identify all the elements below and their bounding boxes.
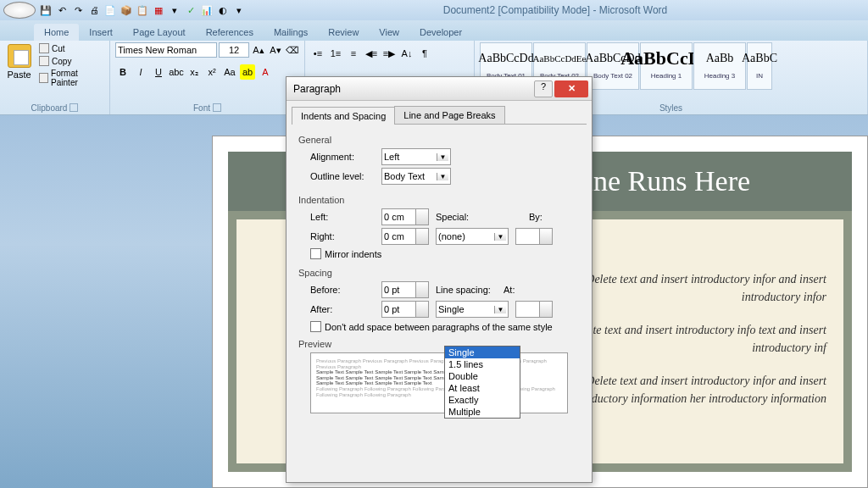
- style-heading-3[interactable]: AaBbHeading 3: [693, 42, 746, 90]
- clear-format-icon[interactable]: ⌫: [285, 42, 300, 58]
- special-select[interactable]: (none)▼: [436, 228, 509, 245]
- underline-button[interactable]: U: [151, 64, 166, 80]
- style-in[interactable]: AaBbCIN: [747, 42, 772, 90]
- tab-home[interactable]: Home: [34, 24, 79, 41]
- paste-label: Paste: [5, 69, 33, 80]
- show-marks-button[interactable]: ¶: [417, 46, 432, 61]
- style-heading-1[interactable]: AaBbCcDdHeading 1: [640, 42, 693, 90]
- dedent-button[interactable]: ◀≡: [364, 46, 379, 61]
- indent-left-input[interactable]: 0 cm: [381, 208, 429, 225]
- qat-icon[interactable]: 📋: [136, 3, 149, 17]
- ls-option-double[interactable]: Double: [445, 370, 520, 382]
- sort-button[interactable]: A↓: [399, 46, 415, 61]
- general-label: General: [298, 135, 580, 145]
- bullets-button[interactable]: •≡: [310, 46, 326, 61]
- tab-developer[interactable]: Developer: [409, 24, 472, 41]
- ls-option-atleast[interactable]: At least: [445, 382, 520, 394]
- tab-mailings[interactable]: Mailings: [264, 24, 318, 41]
- qat-icon[interactable]: 📦: [120, 3, 133, 17]
- font-name-select[interactable]: [115, 42, 217, 58]
- ls-option-single[interactable]: Single: [445, 347, 520, 358]
- tab-page-layout[interactable]: Page Layout: [123, 24, 196, 41]
- cut-icon: [39, 43, 49, 53]
- qat-more-icon[interactable]: ▾: [232, 3, 246, 17]
- shrink-font-icon[interactable]: A▾: [268, 42, 283, 58]
- dont-add-space-check[interactable]: Don't add space between paragraphs of th…: [310, 321, 580, 332]
- indent-button[interactable]: ≡▶: [381, 46, 397, 61]
- copy-icon: [39, 56, 49, 66]
- indent-left-label: Left:: [310, 212, 375, 222]
- close-button[interactable]: ✕: [554, 80, 588, 97]
- tab-insert[interactable]: Insert: [79, 24, 123, 41]
- by-input[interactable]: [515, 228, 553, 245]
- font-size-select[interactable]: [219, 42, 249, 58]
- font-launcher-icon[interactable]: [213, 103, 221, 112]
- ls-option-15[interactable]: 1.5 lines: [445, 358, 520, 370]
- paste-button[interactable]: Paste: [5, 42, 33, 80]
- grow-font-icon[interactable]: A▴: [251, 42, 266, 58]
- clipboard-group-label: Clipboard: [31, 103, 68, 113]
- strike-button[interactable]: abc: [169, 64, 184, 80]
- tab-view[interactable]: View: [369, 24, 409, 41]
- office-button[interactable]: [3, 2, 36, 19]
- ls-option-multiple[interactable]: Multiple: [445, 406, 520, 418]
- intro-p1: Delete text and insert introductory info…: [559, 270, 826, 306]
- checkbox-icon: [310, 321, 321, 332]
- qat-icon[interactable]: ▦: [152, 3, 165, 17]
- highlight-button[interactable]: ab: [240, 64, 255, 80]
- tab-line-page-breaks[interactable]: Line and Page Breaks: [394, 106, 504, 124]
- preview-label: Preview: [298, 339, 580, 349]
- checkbox-icon: [310, 248, 321, 259]
- superscript-button[interactable]: x²: [204, 64, 220, 80]
- qat-icon[interactable]: ◐: [216, 3, 230, 17]
- alignment-label: Alignment:: [310, 152, 375, 162]
- tab-indents-spacing[interactable]: Indents and Spacing: [292, 107, 395, 125]
- before-input[interactable]: 0 pt: [381, 281, 429, 298]
- cut-button[interactable]: Cut: [36, 42, 104, 54]
- redo-icon[interactable]: ↷: [71, 3, 85, 17]
- after-input[interactable]: 0 pt: [381, 301, 429, 318]
- font-color-button[interactable]: A: [258, 64, 273, 80]
- qat-icon[interactable]: 📄: [103, 3, 117, 17]
- check-icon[interactable]: ✓: [184, 3, 198, 17]
- ls-option-exactly[interactable]: Exactly: [445, 394, 520, 406]
- italic-button[interactable]: I: [133, 64, 148, 80]
- outline-select[interactable]: Body Text▼: [381, 168, 451, 185]
- before-label: Before:: [310, 285, 375, 295]
- indent-right-label: Right:: [310, 231, 375, 241]
- paragraph-dialog: Paragraph ? ✕ Indents and Spacing Line a…: [286, 76, 593, 483]
- save-icon[interactable]: 💾: [39, 3, 53, 17]
- help-button[interactable]: ?: [534, 80, 553, 97]
- qat-icon[interactable]: ▾: [168, 3, 181, 17]
- paste-icon: [8, 44, 31, 68]
- preview-box: Previous Paragraph Previous Paragraph Pr…: [310, 352, 568, 413]
- mirror-indents-check[interactable]: Mirror indents: [310, 248, 580, 259]
- bold-button[interactable]: B: [115, 64, 131, 80]
- at-input[interactable]: [515, 301, 553, 318]
- after-label: After:: [310, 304, 375, 314]
- format-painter-button[interactable]: Format Painter: [36, 68, 104, 88]
- change-case-button[interactable]: Aa: [222, 64, 237, 80]
- subscript-button[interactable]: x₂: [186, 64, 202, 80]
- tab-review[interactable]: Review: [318, 24, 369, 41]
- chevron-down-icon: ▼: [494, 233, 506, 241]
- intro-p2: Delete text and insert introductory info…: [559, 321, 826, 357]
- copy-button[interactable]: Copy: [36, 55, 104, 67]
- special-label: Special:: [436, 212, 478, 222]
- clipboard-launcher-icon[interactable]: [70, 103, 78, 112]
- font-group-label: Font: [193, 103, 210, 113]
- line-spacing-select[interactable]: Single▼: [436, 301, 509, 318]
- tab-references[interactable]: References: [196, 24, 264, 41]
- numbering-button[interactable]: 1≡: [328, 46, 343, 61]
- print-icon[interactable]: 🖨: [87, 3, 101, 17]
- chart-icon[interactable]: 📊: [200, 3, 214, 17]
- undo-icon[interactable]: ↶: [55, 3, 69, 17]
- chevron-down-icon: ▼: [437, 153, 448, 161]
- line-spacing-label: Line spacing:: [436, 285, 497, 295]
- indent-right-input[interactable]: 0 cm: [381, 228, 429, 245]
- intro-p3: Delete text and insert introductory info…: [559, 372, 826, 408]
- alignment-select[interactable]: Left▼: [381, 148, 451, 165]
- outline-label: Outline level:: [310, 171, 375, 181]
- multilevel-button[interactable]: ≡: [346, 46, 361, 61]
- by-label: By:: [529, 212, 549, 222]
